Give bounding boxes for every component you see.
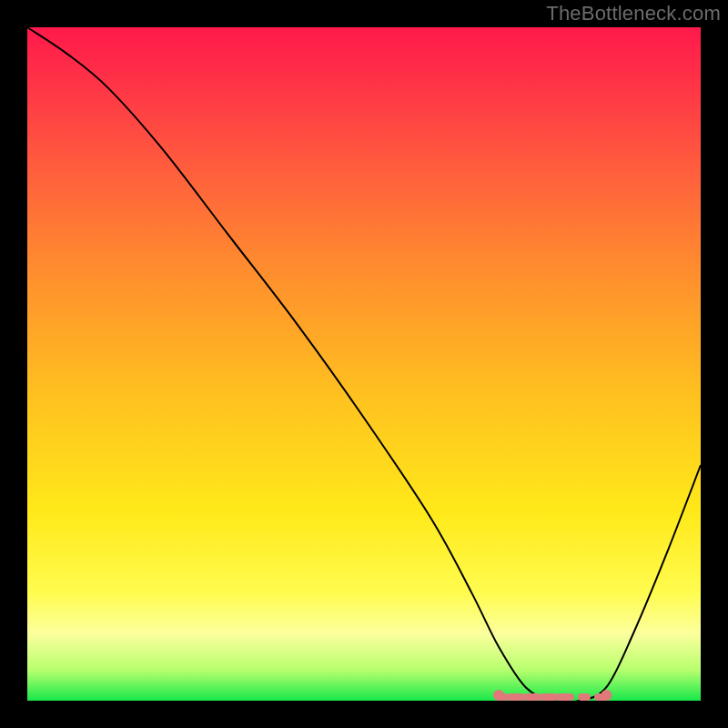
- chart-frame: TheBottleneck.com: [0, 0, 728, 728]
- watermark-text: TheBottleneck.com: [546, 2, 721, 25]
- plot-area: [27, 27, 701, 701]
- curve-layer: [27, 27, 701, 701]
- bottleneck-curve: [27, 27, 701, 703]
- optimal-range-highlight: [493, 690, 612, 701]
